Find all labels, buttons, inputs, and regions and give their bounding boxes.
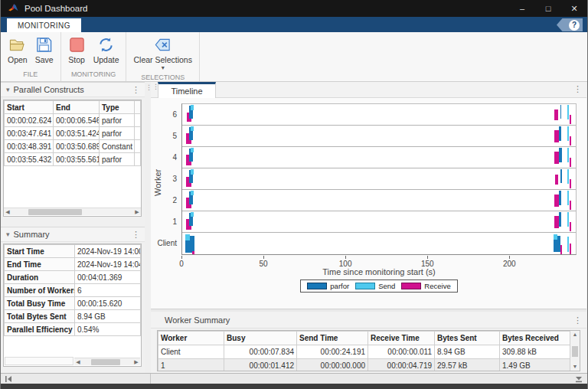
minimize-button[interactable]: – (509, 0, 535, 17)
scroll-up-icon[interactable]: ▲ (573, 331, 578, 338)
timeline-bar-send[interactable] (191, 105, 194, 110)
panel-splitter-vertical[interactable]: ⋮⋮ (145, 82, 151, 373)
help-button[interactable]: ? (557, 18, 583, 31)
timeline-bar-send[interactable] (567, 169, 569, 184)
kebab-menu-icon[interactable]: ⋮ (132, 230, 140, 238)
timeline-bar-send[interactable] (567, 191, 569, 205)
open-button[interactable]: Open (5, 34, 30, 69)
stop-button[interactable]: Stop (66, 34, 88, 69)
timeline-bar-receive[interactable] (570, 158, 570, 167)
timeline-bar-parfor[interactable] (559, 126, 562, 141)
legend-label: parfor (330, 282, 349, 290)
table-header-row: Start End Type (5, 101, 141, 114)
timeline-bar-receive[interactable] (554, 110, 558, 120)
close-button[interactable]: ✕ (561, 0, 587, 17)
cell: 309.88 kB (500, 345, 570, 359)
timeline-bar-send[interactable] (567, 212, 569, 227)
timeline-bar-parfor[interactable] (559, 212, 562, 227)
table-row[interactable]: Client00:00:07.83400:00:24.19100:00:00.0… (158, 345, 570, 359)
timeline-bar-send[interactable] (567, 237, 569, 253)
timeline-bar-send[interactable] (567, 105, 569, 119)
timeline-bar-receive[interactable] (570, 201, 570, 210)
scroll-left-icon[interactable]: ◀ (74, 358, 82, 366)
worker-summary-table: WorkerBusySend TimeReceive TimeBytes Sen… (157, 330, 580, 371)
tab-timeline[interactable]: Timeline (158, 82, 216, 98)
kebab-menu-icon[interactable]: ⋮ (573, 316, 582, 324)
table-row[interactable]: 100:00:01.41200:00:00.00000:00:04.71929.… (158, 359, 570, 371)
timeline-xlabel: Time since monitoring start (s) (181, 267, 577, 276)
timeline-bar-parfor[interactable] (559, 191, 562, 205)
timeline-bar-send[interactable] (567, 148, 569, 162)
legend-item-send: Send (355, 282, 395, 290)
dropdown-caret-icon[interactable]: ▾ (162, 66, 165, 70)
ws-vertical-scrollbar[interactable]: ▲ ▼ (570, 331, 580, 371)
col-send-time: Send Time (297, 332, 368, 345)
col-receive-time: Receive Time (368, 332, 435, 345)
table-row[interactable]: 00:03:48.39100:03:50.689Constant (5, 140, 141, 153)
timeline-bar-parfor[interactable] (560, 169, 562, 183)
summary-row: Total Bytes Sent8.94 GB (5, 310, 141, 323)
timeline-bar-send[interactable] (191, 148, 194, 152)
scroll-left-icon[interactable]: ◀ (4, 208, 11, 216)
timeline-bar-receive[interactable] (555, 175, 558, 185)
summary-value: 6 (75, 284, 141, 297)
scroll-down-icon[interactable]: ▼ (573, 363, 578, 371)
cell: 00:00:06.546 (54, 114, 100, 127)
collapse-caret-icon[interactable]: ▾ (6, 230, 10, 238)
save-button[interactable]: Save (33, 34, 56, 69)
timeline-bar-receive[interactable] (560, 245, 562, 254)
table-row[interactable]: 00:03:55.43200:03:55.561parfor (5, 153, 141, 166)
summary-horizontal-scrollbar[interactable]: ◀ ▶ (74, 358, 140, 365)
cell: 00:00:24.191 (297, 345, 368, 359)
legend-swatch-receive (401, 283, 421, 289)
timeline-bar-send[interactable] (191, 212, 194, 217)
kebab-menu-icon[interactable]: ⋮ (132, 86, 140, 93)
legend-item-parfor: parfor (307, 282, 349, 290)
maximize-button[interactable]: □ (535, 0, 561, 17)
tab-monitoring[interactable]: MONITORING (7, 18, 81, 32)
cell: 8.94 GB (435, 345, 500, 359)
timeline-bar-send[interactable] (191, 191, 194, 195)
timeline-bar-receive[interactable] (570, 136, 570, 145)
table-row[interactable]: 00:00:02.62400:00:06.546parfor (5, 114, 141, 127)
timeline-bar-parfor[interactable] (559, 148, 562, 162)
title-bar: Pool Dashboard – □ ✕ (1, 0, 587, 17)
scroll-right-icon[interactable]: ▶ (133, 208, 141, 216)
timeline-bar-send[interactable] (567, 126, 569, 141)
kebab-menu-icon[interactable]: ⋮ (573, 85, 582, 93)
timeline-bar-send[interactable] (191, 126, 194, 131)
timeline-bar-receive[interactable] (192, 251, 194, 254)
timeline-bar-send[interactable] (554, 234, 557, 240)
timeline-tabbar: ⋮⋮ Timeline ⋮ (151, 82, 586, 98)
timeline-bar-receive[interactable] (570, 115, 570, 124)
col-end: End (54, 101, 100, 114)
cell: 00:00:04.719 (368, 359, 435, 371)
scroll-right-icon[interactable]: ▶ (132, 358, 140, 366)
update-button[interactable]: Update (91, 34, 122, 69)
pc-horizontal-scrollbar[interactable]: ◀ ▶ (4, 208, 141, 215)
col-start: Start (5, 101, 54, 114)
parallel-constructs-title: Parallel Constructs (14, 85, 84, 94)
timeline-bar-receive[interactable] (570, 222, 570, 231)
summary-row: End Time2024-Nov-19 14:04:48.9 (5, 258, 141, 271)
collapse-bottom-panel-icon[interactable] (575, 375, 583, 383)
collapse-caret-icon[interactable]: ▾ (6, 86, 10, 93)
timeline-bar-send[interactable] (185, 234, 190, 240)
timeline-bar-receive[interactable] (570, 244, 571, 254)
summary-label: Parallel Efficiency (5, 323, 75, 336)
timeline-bar-parfor[interactable] (560, 105, 562, 119)
summary-row: Start Time2024-Nov-19 14:00:47.5 (5, 245, 141, 258)
table-row[interactable]: 00:03:47.64100:03:51.424parfor (5, 127, 141, 140)
left-sidebar: ▾ Parallel Constructs ⋮ Start End Type 0… (1, 82, 145, 373)
summary-label: Total Busy Time (5, 297, 75, 310)
ytick-label: 1 (172, 217, 177, 226)
clear-selections-button[interactable]: Clear Selections ▾ (131, 34, 194, 72)
timeline-bar-receive[interactable] (570, 179, 570, 188)
collapse-left-panel-icon[interactable] (5, 375, 12, 383)
timeline-bar-send[interactable] (191, 169, 194, 175)
stop-icon (68, 36, 86, 54)
ribbon-group-monitoring: Stop Update MONITORING (61, 32, 127, 81)
cell: 00:00:02.624 (5, 114, 54, 127)
legend-swatch-send (355, 283, 375, 289)
cell (135, 153, 141, 166)
